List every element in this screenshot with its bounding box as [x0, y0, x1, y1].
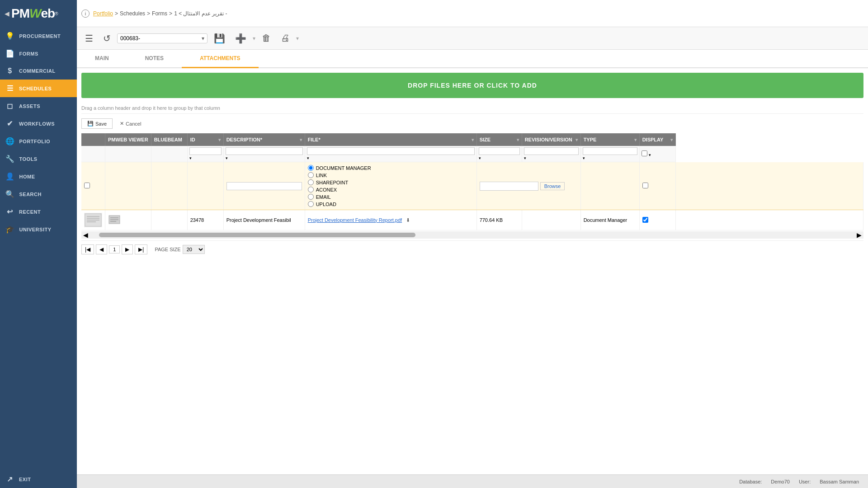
- browse-input-area: Browse: [480, 182, 578, 191]
- footer: Database: Demo70 User: Bassam Samman: [77, 474, 868, 488]
- browse-button[interactable]: Browse: [540, 182, 565, 190]
- cancel-action-button[interactable]: ✕ Cancel: [116, 119, 145, 128]
- sidebar-item-commercial[interactable]: $ COMMERCIAL: [0, 62, 77, 80]
- desc-filter-input[interactable]: [226, 147, 303, 155]
- tab-main[interactable]: MAIN: [77, 50, 127, 68]
- assets-icon: ◻: [5, 102, 14, 110]
- sidebar-item-university[interactable]: 🎓 UNIVERSITY: [0, 221, 77, 238]
- file-link[interactable]: Project Development Feasibility Report.p…: [308, 217, 402, 223]
- scroll-right-icon[interactable]: ▶: [855, 231, 863, 239]
- filter-bluebeam-cell: [151, 146, 187, 162]
- scroll-left-icon[interactable]: ◀: [81, 231, 90, 239]
- new-display-checkbox[interactable]: [642, 183, 648, 188]
- home-icon: 👤: [5, 172, 15, 181]
- desc-filter-btn[interactable]: ▾: [226, 156, 228, 160]
- revision-filter-btn[interactable]: ▾: [524, 156, 526, 160]
- filter-checkbox-cell: [81, 146, 105, 162]
- display-filter-icon[interactable]: ▾: [670, 137, 673, 142]
- add-button[interactable]: ➕: [231, 31, 250, 46]
- row-pmweb-cell: [105, 210, 151, 230]
- info-icon[interactable]: i: [81, 9, 90, 18]
- download-icon[interactable]: ⬇: [406, 217, 410, 223]
- first-page-button[interactable]: |◀: [81, 244, 94, 254]
- browse-text-input[interactable]: [480, 182, 538, 191]
- radio-aconex[interactable]: [308, 187, 314, 192]
- scrollbar-thumb[interactable]: [99, 233, 415, 237]
- delete-button[interactable]: 🗑: [258, 31, 274, 45]
- revision-filter-icon[interactable]: ▾: [576, 137, 578, 142]
- size-filter-btn[interactable]: ▾: [479, 156, 481, 160]
- id-filter-input[interactable]: [189, 147, 222, 155]
- horizontal-scrollbar[interactable]: ◀ ▶: [81, 231, 863, 239]
- radio-doc-manager[interactable]: [308, 165, 314, 171]
- revision-filter-input[interactable]: [524, 147, 579, 155]
- workflows-icon: ✔: [5, 119, 14, 128]
- record-selector[interactable]: ▾: [117, 33, 208, 43]
- print-button[interactable]: 🖨: [277, 31, 293, 45]
- history-button[interactable]: ↺: [99, 31, 114, 46]
- tab-attachments[interactable]: ATTACHMENTS: [182, 50, 259, 68]
- radio-sharepoint[interactable]: [308, 179, 314, 185]
- sidebar-item-assets[interactable]: ◻ ASSETS: [0, 97, 77, 115]
- file-filter-btn[interactable]: ▾: [307, 156, 309, 160]
- sidebar-item-schedules[interactable]: ☰ SCHEDULES: [0, 80, 77, 97]
- file-filter-input[interactable]: [307, 147, 475, 155]
- radio-aconex-label[interactable]: ACONEX: [308, 187, 474, 192]
- type-filter-input[interactable]: [583, 147, 637, 155]
- size-filter-input[interactable]: [479, 147, 520, 155]
- display-filter-checkbox[interactable]: [642, 150, 647, 156]
- content-area: DROP FILES HERE OR CLICK TO ADD Drag a c…: [77, 68, 868, 474]
- next-page-button[interactable]: ▶: [122, 244, 133, 254]
- sidebar-item-home[interactable]: 👤 HOME: [0, 168, 77, 185]
- save-action-button[interactable]: 💾 Save: [81, 118, 113, 129]
- database-label: Database:: [739, 479, 762, 484]
- prev-page-button[interactable]: ◀: [96, 244, 107, 254]
- radio-link[interactable]: [308, 172, 314, 178]
- sidebar-item-tools[interactable]: 🔧 TOOLS: [0, 150, 77, 168]
- exit-icon: ↗: [5, 475, 14, 483]
- id-filter-btn[interactable]: ▾: [189, 156, 192, 160]
- radio-email[interactable]: [308, 194, 314, 200]
- sidebar-item-workflows[interactable]: ✔ WORKFLOWS: [0, 115, 77, 132]
- sidebar-item-exit[interactable]: ↗ EXIT: [0, 470, 77, 488]
- size-filter-icon[interactable]: ▾: [517, 137, 519, 142]
- save-button[interactable]: 💾: [210, 31, 229, 46]
- sidebar-item-forms[interactable]: 📄 FORMS: [0, 45, 77, 62]
- new-row-bluebeam-cell: [151, 162, 187, 210]
- row-display-cell: [639, 210, 675, 230]
- recent-icon: ↩: [5, 207, 14, 216]
- sidebar-item-procurement[interactable]: 💡 PROCUREMENT: [0, 27, 77, 45]
- desc-filter-icon[interactable]: ▾: [300, 137, 302, 142]
- file-filter-icon[interactable]: ▾: [472, 137, 474, 142]
- drop-zone[interactable]: DROP FILES HERE OR CLICK TO ADD: [81, 73, 863, 98]
- new-row-checkbox[interactable]: [84, 183, 90, 188]
- database-value: Demo70: [771, 479, 790, 484]
- row-display-checkbox[interactable]: [642, 217, 648, 223]
- user-label: User:: [799, 479, 811, 484]
- new-row-id-cell: [187, 162, 223, 210]
- radio-email-label[interactable]: EMAIL: [308, 194, 474, 200]
- menu-button[interactable]: ☰: [81, 31, 97, 46]
- display-filter-btn[interactable]: ▾: [649, 153, 651, 157]
- page-size-select[interactable]: 20 50 100: [183, 245, 205, 254]
- tab-notes[interactable]: NOTES: [127, 50, 182, 68]
- type-filter-icon[interactable]: ▾: [634, 137, 637, 142]
- new-attachment-row: DOCUMENT MANAGER LINK SHAREPOINT: [81, 162, 863, 210]
- radio-upload[interactable]: [308, 201, 314, 207]
- sidebar-item-search[interactable]: 🔍 SEARCH: [0, 185, 77, 203]
- col-id-header: ID ▾: [187, 133, 223, 146]
- sidebar-item-recent[interactable]: ↩ RECENT: [0, 203, 77, 221]
- row-id-cell: 23478: [187, 210, 223, 230]
- radio-sharepoint-label[interactable]: SHAREPOINT: [308, 179, 474, 185]
- radio-doc-manager-label[interactable]: DOCUMENT MANAGER: [308, 165, 474, 171]
- record-input[interactable]: [120, 35, 202, 42]
- row-description-cell: Project Development Feasibil: [223, 210, 305, 230]
- last-page-button[interactable]: ▶|: [135, 244, 147, 254]
- new-desc-input[interactable]: [226, 182, 302, 190]
- radio-link-label[interactable]: LINK: [308, 172, 474, 178]
- breadcrumb-portfolio[interactable]: Portfolio: [93, 10, 113, 17]
- sidebar-item-portfolio[interactable]: 🌐 PORTFOLIO: [0, 132, 77, 150]
- id-filter-icon[interactable]: ▾: [218, 137, 221, 142]
- type-filter-btn[interactable]: ▾: [583, 156, 585, 160]
- radio-upload-label[interactable]: UPLOAD: [308, 201, 474, 207]
